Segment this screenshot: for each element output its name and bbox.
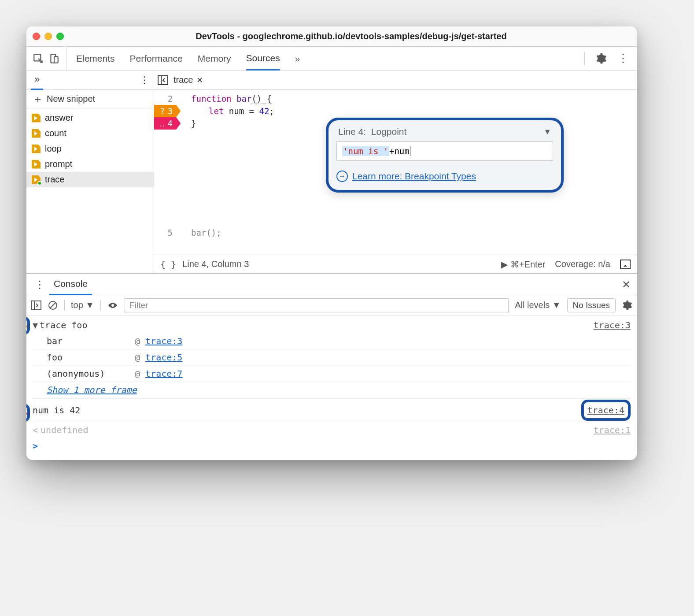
main-toolbar: Elements Performance Memory Sources » ⋮	[26, 47, 637, 71]
kebab-menu-icon[interactable]: ⋮	[617, 52, 629, 65]
tab-performance[interactable]: Performance	[130, 47, 183, 70]
drawer-tab-console[interactable]: Console	[49, 274, 92, 295]
annotation-logpoint-icon	[26, 404, 30, 422]
sidebar-menu-icon[interactable]: ⋮	[140, 74, 149, 86]
console-output[interactable]: ▼ trace foo trace:3 bar@ trace:3 foo@ tr…	[26, 315, 637, 460]
snippet-item-prompt[interactable]: prompt	[26, 156, 154, 172]
popup-line-label: Line 4:	[338, 126, 366, 137]
console-sidebar-toggle-icon[interactable]	[31, 301, 41, 310]
snippet-file-icon	[32, 145, 41, 153]
gutter-line-2[interactable]: 2	[154, 93, 176, 105]
cursor-position: Line 4, Column 3	[182, 259, 249, 269]
devtools-window: DevTools - googlechrome.github.io/devtoo…	[26, 26, 637, 460]
svg-rect-2	[54, 56, 58, 63]
titlebar: DevTools - googlechrome.github.io/devtoo…	[26, 26, 637, 47]
console-prompt[interactable]: >	[33, 438, 631, 454]
snippet-item-count[interactable]: count	[26, 126, 154, 141]
console-trace-entry[interactable]: ▼ trace foo trace:3	[33, 317, 631, 333]
console-return-entry: < undefined trace:1	[33, 422, 631, 438]
stack-frame[interactable]: foo@ trace:5	[33, 349, 631, 366]
window-title: DevTools - googlechrome.github.io/devtoo…	[72, 31, 631, 41]
snippet-file-icon	[32, 129, 41, 138]
device-toggle-icon[interactable]	[48, 53, 60, 64]
snippet-label: answer	[45, 113, 73, 123]
log-source-link[interactable]: trace:4	[581, 400, 631, 421]
settings-gear-icon[interactable]	[595, 53, 607, 64]
input-string-token: 'num is '	[342, 146, 389, 156]
snippet-label: trace	[45, 174, 64, 185]
log-message: num is 42	[33, 403, 80, 417]
return-value: undefined	[41, 423, 88, 437]
svg-rect-6	[31, 301, 41, 310]
minimize-window-button[interactable]	[44, 33, 52, 40]
annotation-conditional-bp-icon	[26, 316, 30, 335]
input-var-token: num	[394, 146, 409, 156]
snippet-file-icon	[32, 114, 41, 122]
console-settings-gear-icon[interactable]	[622, 300, 632, 311]
tab-sources[interactable]: Sources	[246, 47, 280, 71]
show-sidebar-icon[interactable]	[620, 260, 631, 269]
stack-frame[interactable]: (anonymous)@ trace:7	[33, 366, 631, 382]
snippet-item-trace[interactable]: trace	[26, 172, 154, 187]
zoom-window-button[interactable]	[56, 33, 64, 40]
snippet-label: prompt	[45, 159, 72, 169]
tabs-overflow[interactable]: »	[295, 47, 300, 70]
console-toolbar: top ▼ Filter All levels ▼ No Issues	[26, 295, 637, 315]
trace-message: trace foo	[40, 318, 87, 332]
show-more-frames[interactable]: Show 1 more frame	[33, 382, 631, 398]
run-snippet-button[interactable]: ▶ ⌘+Enter	[501, 259, 545, 270]
toggle-navigator-icon[interactable]	[158, 75, 168, 85]
snippet-label: loop	[45, 144, 62, 154]
console-logpoint-entry[interactable]: num is 42 trace:4	[33, 398, 631, 422]
issues-button[interactable]: No Issues	[567, 298, 616, 312]
snippet-file-icon	[32, 160, 41, 169]
line-gutter[interactable]: 2 ?3 ‥4 5	[154, 90, 179, 255]
logpoint-expression-input[interactable]: 'num is ' + num	[336, 141, 553, 161]
close-drawer-icon[interactable]: ✕	[619, 278, 633, 291]
stack-frame[interactable]: bar@ trace:3	[33, 333, 631, 349]
snippets-sidebar: » ⋮ ＋ New snippet answer count loop prom…	[26, 71, 154, 273]
context-selector[interactable]: top ▼	[71, 300, 94, 310]
tab-memory[interactable]: Memory	[198, 47, 231, 70]
console-drawer: ⋮ Console ✕ top ▼ Filter All levels ▼ No…	[26, 273, 637, 460]
gutter-line-3-conditional-bp[interactable]: ?3	[154, 105, 176, 117]
breakpoint-edit-popup: Line 4: Logpoint ▼ 'num is ' + num → Lea…	[326, 118, 564, 193]
close-window-button[interactable]	[33, 33, 40, 40]
svg-rect-5	[620, 260, 630, 269]
snippet-item-answer[interactable]: answer	[26, 110, 154, 126]
svg-line-9	[50, 303, 55, 308]
dropdown-caret-icon[interactable]: ▼	[543, 127, 551, 137]
pretty-print-icon[interactable]: { }	[160, 259, 176, 270]
editor-tabbar: trace ✕	[154, 71, 637, 90]
editor-tab-label: trace	[174, 75, 193, 85]
snippet-label: count	[45, 128, 66, 138]
inspect-element-icon[interactable]	[33, 53, 44, 64]
breakpoint-type-select[interactable]: Logpoint	[371, 126, 407, 137]
new-snippet-button[interactable]: ＋ New snippet	[26, 90, 154, 108]
clear-console-icon[interactable]	[48, 300, 58, 311]
arrow-circle-icon: →	[336, 171, 348, 182]
new-snippet-label: New snippet	[47, 94, 95, 104]
sources-pane: » ⋮ ＋ New snippet answer count loop prom…	[26, 71, 637, 273]
return-source-link[interactable]: trace:1	[594, 423, 631, 437]
separator	[584, 52, 585, 65]
gutter-line-5[interactable]: 5	[154, 226, 176, 239]
gutter-line-4-logpoint[interactable]: ‥4	[154, 117, 176, 130]
live-expression-icon[interactable]	[107, 301, 118, 309]
close-tab-icon[interactable]: ✕	[196, 75, 203, 85]
input-plus-token: +	[389, 146, 394, 156]
editor-tab-trace[interactable]: trace ✕	[174, 75, 203, 85]
sidebar-tabs-overflow[interactable]: »	[31, 71, 43, 90]
log-levels-select[interactable]: All levels ▼	[515, 300, 561, 310]
console-filter-input[interactable]: Filter	[125, 298, 509, 312]
snippet-item-loop[interactable]: loop	[26, 141, 154, 156]
learn-more-link[interactable]: Learn more: Breakpoint Types	[352, 171, 476, 182]
window-controls	[33, 33, 64, 40]
code-editor: trace ✕ 2 ?3 ‥4 5 function bar() { let n…	[154, 71, 637, 273]
coverage-label: Coverage: n/a	[555, 259, 610, 269]
snippet-list: answer count loop prompt trace	[26, 108, 154, 189]
tab-elements[interactable]: Elements	[76, 47, 115, 70]
drawer-menu-icon[interactable]: ⋮	[30, 278, 49, 291]
snippet-file-icon	[32, 175, 41, 184]
trace-source-link[interactable]: trace:3	[594, 318, 631, 332]
